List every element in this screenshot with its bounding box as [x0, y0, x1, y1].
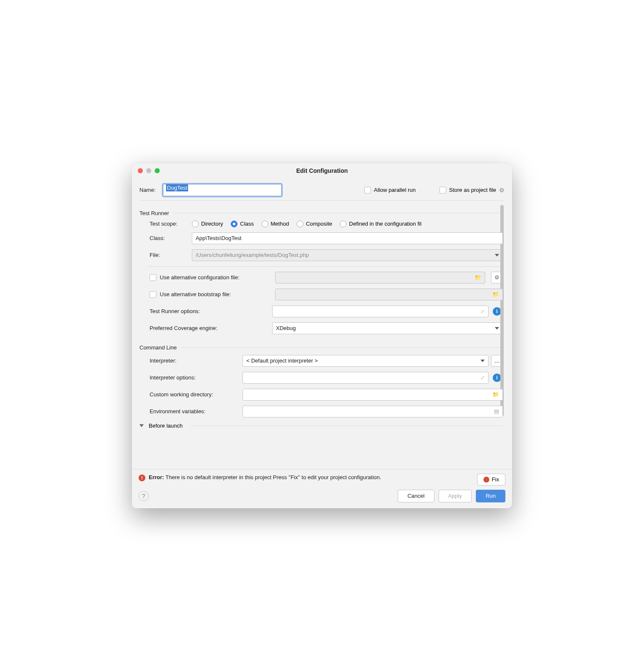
- dialog-footer: ! Error: There is no default interpreter…: [132, 469, 512, 508]
- alt-config-label: Use alternative configuration file:: [160, 274, 272, 281]
- gear-icon[interactable]: ⚙: [499, 187, 505, 194]
- apply-button[interactable]: Apply: [439, 490, 472, 502]
- test-scope-label: Test scope:: [150, 221, 192, 227]
- divider: [190, 426, 503, 426]
- minimize-window-button[interactable]: [146, 168, 151, 173]
- error-message: Error: There is no default interpreter i…: [149, 474, 474, 481]
- expand-icon[interactable]: ⤢: [480, 375, 485, 381]
- test-scope-radio-group: Directory Class Method Composite Defined…: [192, 221, 421, 227]
- store-as-project-file-checkbox[interactable]: [439, 187, 446, 194]
- titlebar: Edit Configuration: [132, 163, 512, 178]
- info-icon: i: [493, 307, 501, 316]
- class-input-value: App\Tests\DogTest: [196, 235, 241, 241]
- allow-parallel-label: Allow parallel run: [374, 187, 416, 193]
- expand-icon[interactable]: ⤢: [480, 308, 485, 314]
- name-input-value: DogTest: [166, 184, 188, 191]
- interpreter-value: < Default project interpreter >: [246, 357, 318, 364]
- allow-parallel-checkbox[interactable]: [364, 187, 371, 194]
- folder-icon: 📁: [492, 291, 499, 297]
- command-line-section-title: Command Line: [139, 344, 177, 351]
- class-label: Class:: [150, 235, 192, 241]
- test-runner-section-title: Test Runner: [139, 210, 169, 216]
- chevron-down-icon: [495, 254, 499, 256]
- coverage-value: XDebug: [276, 325, 296, 331]
- file-label: File:: [150, 252, 192, 258]
- list-icon[interactable]: ▤: [494, 408, 499, 415]
- cwd-input[interactable]: 📁: [243, 389, 503, 401]
- runner-options-input[interactable]: ⤢: [272, 305, 488, 317]
- bulb-icon: [483, 477, 489, 483]
- alt-config-checkbox[interactable]: [150, 274, 156, 281]
- alt-bootstrap-checkbox[interactable]: [150, 291, 156, 298]
- before-launch-label: Before launch: [149, 423, 183, 429]
- dialog-title: Edit Configuration: [296, 167, 348, 174]
- alt-config-input[interactable]: 📁: [275, 272, 485, 284]
- env-input[interactable]: ▤: [243, 406, 503, 417]
- error-icon: !: [139, 475, 145, 481]
- name-input[interactable]: DogTest: [163, 184, 281, 196]
- fix-button[interactable]: Fix: [477, 474, 505, 486]
- window-controls: [138, 168, 160, 173]
- gear-icon: ⚙: [494, 274, 499, 281]
- cwd-label: Custom working directory:: [150, 391, 243, 398]
- divider: [181, 347, 503, 348]
- radio-method-label: Method: [271, 221, 289, 227]
- file-select[interactable]: /Users/chunfeilung/example/tests/DogTest…: [192, 249, 503, 261]
- cancel-button[interactable]: Cancel: [398, 490, 434, 502]
- radio-composite-label: Composite: [306, 221, 332, 227]
- radio-class[interactable]: [231, 221, 237, 227]
- interpreter-select[interactable]: < Default project interpreter >: [243, 355, 488, 367]
- folder-icon: 📁: [475, 274, 481, 281]
- file-value: /Users/chunfeilung/example/tests/DogTest…: [196, 252, 309, 258]
- divider: [173, 213, 503, 213]
- interpreter-options-input[interactable]: ⤢: [243, 372, 488, 384]
- env-label: Environment variables:: [150, 408, 243, 415]
- radio-composite[interactable]: [297, 221, 303, 227]
- interpreter-label: Interpreter:: [150, 357, 243, 364]
- coverage-engine-select[interactable]: XDebug: [272, 322, 503, 334]
- class-input[interactable]: App\Tests\DogTest: [192, 232, 503, 244]
- divider: [147, 266, 503, 267]
- store-as-project-file-label: Store as project file: [449, 187, 496, 193]
- coverage-label: Preferred Coverage engine:: [150, 325, 272, 331]
- radio-defined-label: Defined in the configuration fil: [349, 221, 421, 227]
- interpreter-options-label: Interpreter options:: [150, 374, 243, 381]
- radio-directory-label: Directory: [201, 221, 223, 227]
- chevron-down-icon: [495, 327, 499, 330]
- collapse-toggle-icon[interactable]: [139, 424, 144, 427]
- run-button[interactable]: Run: [476, 490, 505, 502]
- radio-class-label: Class: [240, 221, 254, 227]
- edit-configuration-dialog: Edit Configuration Name: DogTest Allow p…: [132, 163, 512, 508]
- zoom-window-button[interactable]: [155, 168, 160, 173]
- help-button[interactable]: ?: [139, 491, 149, 501]
- radio-method[interactable]: [262, 221, 268, 227]
- radio-defined-in-config[interactable]: [340, 221, 347, 227]
- alt-bootstrap-input[interactable]: 📁: [275, 289, 503, 300]
- runner-options-label: Test Runner options:: [150, 308, 272, 314]
- info-icon: i: [493, 374, 501, 382]
- chevron-down-icon: [480, 360, 485, 362]
- name-label: Name:: [139, 187, 156, 193]
- alt-bootstrap-label: Use alternative bootstrap file:: [160, 291, 272, 297]
- close-window-button[interactable]: [138, 168, 143, 173]
- folder-icon[interactable]: 📁: [492, 391, 499, 398]
- radio-directory[interactable]: [192, 221, 199, 227]
- fix-button-label: Fix: [492, 476, 499, 483]
- scroll-area: Test Runner Test scope: Directory Class …: [139, 200, 505, 466]
